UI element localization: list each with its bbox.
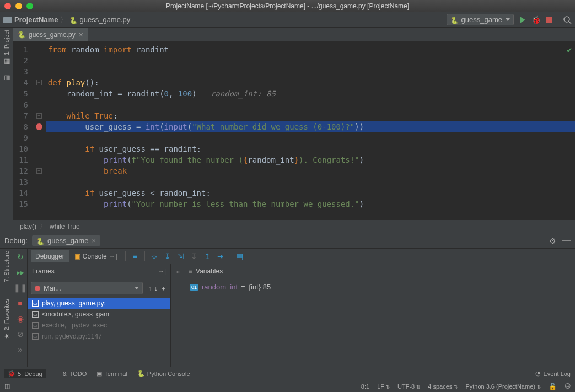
breadcrumb-file-label: guess_game.py [79,15,130,24]
more-frames-button[interactable]: » [176,267,180,276]
context-play[interactable]: play() [20,223,36,230]
int-badge-icon: 01 [190,284,198,291]
step-into-my-code-button[interactable]: ⇲ [175,250,187,262]
close-window-button[interactable] [4,3,11,9]
fold-icon[interactable]: − [36,113,42,119]
debug-toolwindow-button[interactable]: 🐞5: Debug [4,369,46,378]
python-icon [36,237,44,245]
resume-button[interactable]: ▸▸ [15,267,25,277]
frame-item[interactable]: ▭execfile, _pydev_exec [28,320,170,331]
editor-tab-guess-game[interactable]: guess_game.py × [13,28,88,41]
run-to-cursor-button[interactable]: ⇥ [214,250,227,262]
frame-item[interactable]: ▭run, pydevd.py:1147 [28,331,170,342]
gutter-markers: − − − [33,42,46,219]
line-separator-selector[interactable]: LF ⇅ [377,383,390,390]
python-icon [450,16,458,24]
fold-icon[interactable]: − [36,80,42,85]
file-view-button[interactable]: ▤ [3,74,10,82]
debug-header: Debug: guess_game × ⚙ — [0,233,575,249]
project-toolwindow-button[interactable]: ▦1: Project [3,30,10,65]
svg-point-0 [564,17,569,22]
step-out-button[interactable]: ↥ [201,250,213,262]
editor: guess_game.py × ✔ 123 456 789 101112 131… [13,28,575,233]
structure-toolwindow-button[interactable]: ≣7: Structure [3,251,10,290]
event-log-button[interactable]: ◔Event Log [535,370,571,377]
debug-button[interactable]: 🐞 [531,15,540,24]
rerun-button[interactable]: ↻ [15,252,25,262]
pause-button[interactable]: ❚❚ [15,283,25,293]
console-tab[interactable]: ▣Console→| [70,250,122,262]
view-breakpoints-button[interactable]: ◉ [15,314,25,324]
caret-position[interactable]: 8:1 [361,383,369,390]
more-debug-button[interactable]: » [15,345,25,355]
thread-label: Mai... [44,284,61,292]
breadcrumb-project-label: ProjectName [14,15,58,24]
read-only-toggle[interactable]: 🔓 [549,383,557,390]
indent-selector[interactable]: 4 spaces ⇅ [428,383,458,390]
debug-run-toolbar: ↻ ▸▸ ❚❚ ■ ◉ ⊘ » [13,249,28,367]
evaluate-expression-button[interactable]: ▦ [234,250,246,262]
step-into-button[interactable]: ↧ [162,250,174,262]
breakpoint-icon[interactable] [36,123,42,130]
search-everywhere-button[interactable] [563,15,572,24]
terminal-toolwindow-button[interactable]: ▣Terminal [96,370,127,377]
debug-session-tab[interactable]: guess_game × [32,235,100,246]
editor-tab-label: guess_game.py [29,31,76,39]
stop-icon [546,17,552,23]
encoding-selector[interactable]: UTF-8 ⇅ [397,383,420,390]
chevron-right-icon: 〉 [40,222,46,231]
breadcrumb-bar: play() 〉 while True [13,219,575,233]
status-bar: ◫ 8:1 LF ⇅ UTF-8 ⇅ 4 spaces ⇅ Python 3.6… [0,380,575,392]
left-toolwindow-strip-bottom: ≣7: Structure ★2: Favorites [0,249,13,367]
todo-toolwindow-button[interactable]: ≣6: TODO [56,370,87,377]
workspace: ▦1: Project ▤ guess_game.py × ✔ 123 456 … [0,28,575,367]
step-over-button[interactable]: ⤼ [148,250,160,262]
svg-line-1 [569,22,571,24]
frames-side-toolbar: » [171,264,184,367]
python-file-icon [69,16,77,24]
zoom-window-button[interactable] [26,3,33,9]
stop-button[interactable] [545,15,553,24]
chevron-right-icon: 〉 [60,15,67,25]
code-text[interactable]: from random import randint def play(): r… [46,42,575,219]
debugger-tab[interactable]: Debugger [31,250,69,262]
fold-icon[interactable]: − [36,168,42,174]
run-button[interactable] [518,15,527,24]
gutter: 123 456 789 101112 131415 − − − [13,42,46,219]
context-while[interactable]: while True [50,223,80,230]
thread-running-icon [35,286,40,291]
breadcrumb-file[interactable]: guess_game.py [69,15,130,24]
toolwindow-quick-access-icon[interactable]: ◫ [4,383,10,390]
stop-debug-button[interactable]: ■ [15,298,25,308]
line-numbers: 123 456 789 101112 131415 [13,42,33,219]
frames-list[interactable]: ▭play, guess_game.py: ▭<module>, guess_g… [28,298,170,367]
debug-title: Debug: [4,237,28,245]
close-tab-button[interactable]: × [79,30,83,39]
ide-fatigue-icon[interactable]: ☹ [565,383,571,390]
frame-item[interactable]: ▭<module>, guess_gam [28,309,170,320]
breadcrumb-project[interactable]: ProjectName [3,15,58,24]
prev-frame-button[interactable]: ↑ [148,284,152,292]
add-frame-button[interactable]: ＋ [160,283,167,293]
close-session-button[interactable]: × [92,237,96,245]
hide-toolwindow-button[interactable]: — [562,236,571,246]
variables-list[interactable]: 01 random_int = {int} 85 [184,278,575,367]
show-execution-point-button[interactable]: ≡ [129,250,141,262]
frames-panel: Frames →| Mai... ↑ ↓ ＋ [28,264,171,367]
next-frame-button[interactable]: ↓ [154,284,158,292]
variable-row[interactable]: 01 random_int = {int} 85 [190,282,569,292]
python-console-toolwindow-button[interactable]: 🐍Python Console [137,370,190,377]
force-step-into-button[interactable]: ↧ [188,250,200,262]
thread-selector[interactable]: Mai... [31,282,143,294]
frame-item[interactable]: ▭play, guess_game.py: [28,298,170,309]
bottom-toolwindow-bar: 🐞5: Debug ≣6: TODO ▣Terminal 🐍Python Con… [0,367,575,380]
run-config-selector[interactable]: guess_game [447,14,514,25]
python-interpreter-selector[interactable]: Python 3.6 (ProjectName) ⇅ [465,383,541,390]
settings-icon[interactable]: ⚙ [549,237,556,245]
restore-layout-icon[interactable]: →| [158,267,166,275]
code-editor[interactable]: ✔ 123 456 789 101112 131415 − − [13,42,575,219]
variables-header: ≡Variables [184,264,575,278]
favorites-toolwindow-button[interactable]: ★2: Favorites [3,299,10,340]
mute-breakpoints-button[interactable]: ⊘ [15,329,25,339]
minimize-window-button[interactable] [15,3,22,9]
